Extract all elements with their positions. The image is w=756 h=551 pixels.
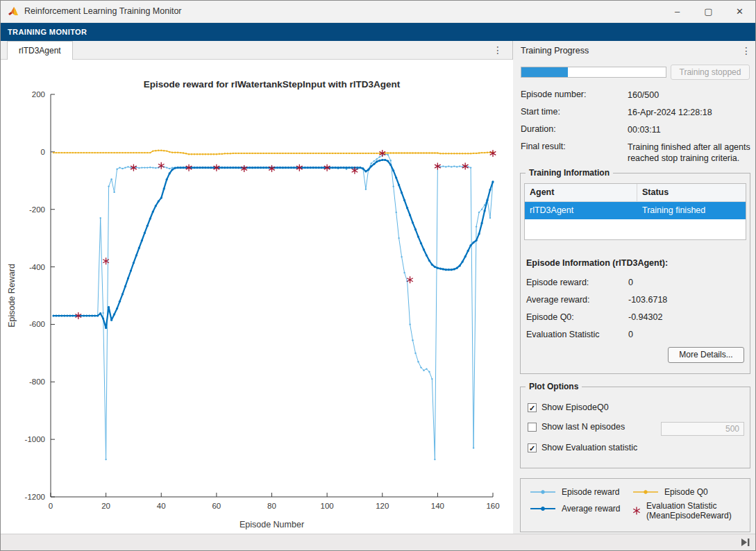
panel-header: Training Progress ⋮ — [514, 41, 756, 60]
average-reward-line-icon — [529, 505, 557, 513]
field-value: -0.94302 — [628, 312, 662, 322]
maximize-button[interactable]: ▢ — [693, 1, 724, 22]
svg-text:120: 120 — [376, 502, 389, 510]
chart-area: Episode reward for rlWatertankStepInput … — [1, 60, 513, 535]
legend-item-episode-reward: Episode reward — [529, 487, 619, 497]
window-controls: – ▢ ✕ — [662, 1, 755, 23]
episode-reward-line-icon — [529, 488, 557, 496]
plot-options-group: Plot Options ✓ Show EpisodeQ0 Show last … — [520, 387, 750, 468]
field-label: Episode reward: — [526, 278, 589, 287]
field-label: Final result: — [521, 142, 566, 151]
ribbon: TRAINING MONITOR — [1, 23, 755, 41]
svg-text:80: 80 — [267, 502, 276, 510]
tab-training-monitor[interactable]: TRAINING MONITOR — [1, 23, 94, 41]
matlab-logo-icon — [8, 6, 19, 17]
field-value: Training finished after all agents reach… — [628, 142, 754, 164]
svg-text:60: 60 — [212, 502, 221, 510]
agent-table-header: Agent Status — [525, 184, 746, 202]
training-progress-fill — [521, 67, 568, 77]
svg-text:-800: -800 — [29, 378, 45, 386]
option-label: Show EpisodeQ0 — [541, 402, 609, 412]
svg-text:-1200: -1200 — [25, 493, 45, 501]
field-label: Average reward: — [526, 295, 590, 305]
svg-text:200: 200 — [32, 90, 45, 99]
show-episodeq0-checkbox[interactable]: ✓ — [528, 403, 537, 412]
chart-panel: rlTD3Agent ⋮ Episode reward for rlWatert… — [1, 41, 513, 535]
training-information-group: Training Information Agent Status rlTD3A… — [520, 173, 750, 374]
chart-legend-group: Episode reward Average reward Episode Q0 — [520, 478, 750, 532]
option-show-evaluation: ✓ Show Evaluation statistic — [528, 443, 637, 452]
svg-text:0: 0 — [41, 148, 45, 156]
legend-label: Episode Q0 — [664, 487, 708, 497]
field-label: Episode number: — [521, 90, 587, 99]
evaluation-asterisk-icon — [632, 506, 641, 516]
status-cell: Training finished — [637, 202, 710, 219]
agent-table-row[interactable]: rlTD3Agent Training finished — [525, 202, 746, 219]
field-label: Start time: — [521, 107, 560, 117]
app-window: Reinforcement Learning Training Monitor … — [0, 0, 756, 551]
minimize-button[interactable]: – — [662, 1, 693, 22]
field-value: 0 — [628, 278, 633, 287]
field-value: 0 — [628, 330, 633, 339]
legend-item-evaluation-statistic: Evaluation Statistic (MeanEpisodeReward) — [632, 501, 752, 520]
svg-text:0: 0 — [49, 502, 53, 510]
field-value: 00:03:11 — [628, 124, 754, 135]
statusbar — [1, 534, 755, 550]
episode-q0-line-icon — [632, 488, 660, 496]
field-value: 16-Apr-2024 12:28:18 — [628, 107, 754, 118]
option-label: Show Evaluation statistic — [541, 443, 637, 452]
close-button[interactable]: ✕ — [724, 1, 755, 22]
training-progress-panel: Training Progress ⋮ Training stopped Epi… — [514, 41, 756, 535]
legend-label: Evaluation Statistic (MeanEpisodeReward) — [646, 501, 752, 520]
show-evaluation-checkbox[interactable]: ✓ — [528, 443, 537, 452]
skip-to-end-icon[interactable] — [740, 538, 751, 547]
main-area: rlTD3Agent ⋮ Episode reward for rlWatert… — [1, 41, 755, 534]
legend-label: Average reward — [562, 504, 621, 514]
last-n-episodes-input[interactable] — [661, 422, 744, 436]
tab-rltd3agent[interactable]: rlTD3Agent — [7, 41, 73, 60]
svg-text:140: 140 — [431, 502, 444, 510]
option-label: Show last N episodes — [541, 422, 625, 432]
legend-label: Episode reward — [562, 487, 619, 497]
legend-item-episode-q0: Episode Q0 — [632, 487, 708, 497]
window-title: Reinforcement Learning Training Monitor — [24, 1, 182, 22]
agent-table: Agent Status rlTD3Agent Training finishe… — [524, 183, 746, 240]
show-last-n-checkbox[interactable] — [528, 423, 537, 432]
svg-text:-1000: -1000 — [25, 435, 45, 443]
more-details-button[interactable]: More Details... — [668, 347, 744, 363]
document-tabbar: rlTD3Agent ⋮ — [1, 41, 512, 60]
svg-text:20: 20 — [101, 502, 110, 510]
field-label: Evaluation Statistic — [526, 330, 600, 339]
episode-reward-chart: Episode reward for rlWatertankStepInput … — [1, 60, 513, 535]
field-value: 160/500 — [628, 90, 754, 101]
svg-text:-200: -200 — [29, 205, 45, 214]
column-header-agent[interactable]: Agent — [525, 184, 637, 201]
agent-cell: rlTD3Agent — [525, 202, 637, 219]
svg-text:-400: -400 — [29, 263, 45, 271]
option-show-episodeq0: ✓ Show EpisodeQ0 — [528, 402, 609, 412]
titlebar: Reinforcement Learning Training Monitor … — [1, 1, 755, 23]
svg-text:Episode reward for rlWatertank: Episode reward for rlWatertankStepInput … — [144, 79, 401, 90]
panel-title: Training Progress — [521, 41, 589, 60]
field-label: Duration: — [521, 124, 556, 134]
episode-information-title: Episode Information (rlTD3Agent): — [526, 258, 668, 268]
field-label: Episode Q0: — [526, 312, 574, 322]
svg-text:160: 160 — [486, 502, 499, 510]
column-header-status[interactable]: Status — [637, 184, 673, 201]
progress-panel-menu-icon[interactable]: ⋮ — [739, 41, 754, 60]
field-value: -103.6718 — [628, 295, 667, 305]
svg-text:40: 40 — [157, 502, 166, 510]
svg-text:Episode Reward: Episode Reward — [7, 264, 17, 328]
option-show-last-n: Show last N episodes — [528, 422, 625, 432]
svg-text:-600: -600 — [29, 320, 45, 328]
training-progress-bar — [521, 67, 666, 78]
svg-text:100: 100 — [321, 502, 334, 510]
training-stopped-button[interactable]: Training stopped — [671, 65, 750, 80]
chart-panel-menu-icon[interactable]: ⋮ — [490, 41, 505, 60]
plot-options-title: Plot Options — [526, 382, 582, 391]
training-information-title: Training Information — [526, 168, 613, 178]
svg-text:Episode Number: Episode Number — [240, 520, 304, 529]
legend-item-average-reward: Average reward — [529, 504, 621, 514]
